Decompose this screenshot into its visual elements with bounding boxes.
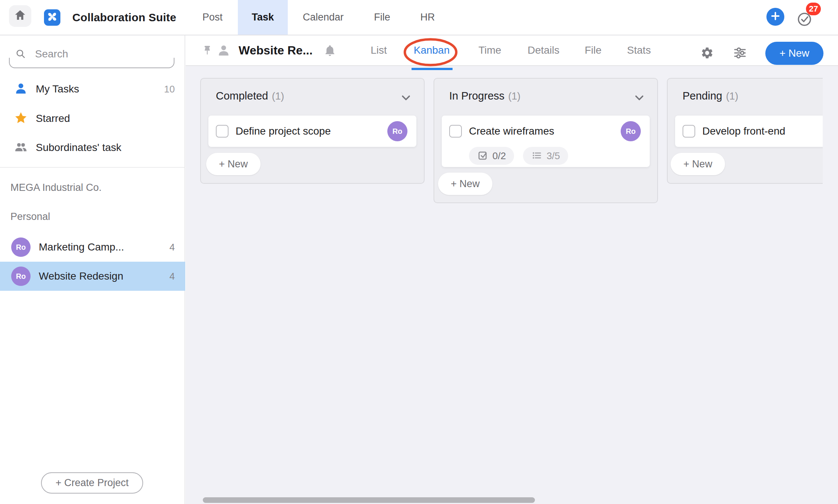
- app-title: Collaboration Suite: [72, 0, 176, 35]
- sidebar-item-label: My Tasks: [36, 83, 164, 95]
- assignee-avatar: Ro: [387, 121, 407, 141]
- assignee-avatar: Ro: [621, 121, 641, 141]
- top-tab-post[interactable]: Post: [202, 0, 223, 35]
- pin-icon[interactable]: [201, 44, 213, 58]
- task-card-define-project-scope[interactable]: Define project scope Ro: [208, 116, 416, 147]
- new-task-label: + New: [683, 158, 712, 170]
- new-task-button[interactable]: + New: [765, 42, 823, 65]
- kanban-column-completed: Completed (1) Define project scope Ro + …: [200, 78, 425, 184]
- sidebar-item-label: Starred: [36, 113, 175, 125]
- owner-icon[interactable]: [217, 44, 230, 59]
- task-badges: 0/2: [442, 147, 650, 165]
- active-tab-underline: [412, 68, 453, 70]
- project-label: Website Redesign: [39, 270, 170, 282]
- column-title: In Progress: [449, 90, 504, 102]
- kanban-board: Completed (1) Define project scope Ro + …: [186, 66, 838, 504]
- kanban-column-pending: Pending (1) Develop front-end + New: [667, 78, 823, 184]
- search-underline: [9, 58, 174, 68]
- project-title[interactable]: Website Re...: [239, 35, 313, 65]
- column-count: (1): [726, 91, 738, 102]
- subtask-progress-value: 0/2: [492, 150, 506, 162]
- top-tab-calendar[interactable]: Calendar: [303, 0, 344, 35]
- star-icon: [14, 111, 28, 126]
- top-tab-file[interactable]: File: [374, 0, 390, 35]
- app-window: Collaboration Suite Post Task Calendar F…: [0, 0, 838, 504]
- sidebar-item-subordinates-task[interactable]: Subordinates' task: [0, 137, 185, 158]
- pinwheel-logo-icon: [45, 10, 59, 25]
- task-title: Create wireframes: [469, 125, 621, 137]
- column-header: Pending (1): [683, 90, 738, 106]
- project-label: Marketing Camp...: [39, 241, 170, 253]
- sidebar-item-count: 10: [164, 84, 175, 95]
- list-icon: [531, 149, 542, 162]
- column-new-task-button[interactable]: + New: [438, 173, 492, 195]
- app-logo[interactable]: [44, 9, 60, 26]
- create-project-button[interactable]: + Create Project: [41, 472, 143, 494]
- task-checkbox[interactable]: [683, 125, 695, 138]
- sidebar-item-label: Subordinates' task: [36, 142, 175, 154]
- avatar: Ro: [11, 237, 31, 257]
- settings-gear-icon[interactable]: [700, 46, 714, 60]
- column-count: (1): [272, 91, 284, 102]
- column-title: Completed: [216, 90, 268, 102]
- task-checkbox[interactable]: [216, 125, 229, 138]
- new-task-label: + New: [779, 47, 809, 59]
- person-icon: [14, 82, 28, 97]
- global-create-button[interactable]: [766, 8, 784, 26]
- horizontal-scrollbar-thumb[interactable]: [203, 497, 535, 503]
- sidebar: My Tasks 10 Starred Subordinates' task M…: [0, 35, 185, 504]
- sidebar-item-starred[interactable]: Starred: [0, 108, 185, 129]
- kanban-column-in-progress: In Progress (1) Create wireframes Ro: [434, 78, 658, 203]
- task-title: Develop front-end: [702, 125, 823, 137]
- new-task-label: + New: [451, 178, 479, 190]
- bell-icon[interactable]: [324, 44, 336, 59]
- checklist-progress-badge: 3/5: [523, 147, 568, 165]
- sidebar-project-marketing-campaign[interactable]: Ro Marketing Camp... 4: [0, 233, 185, 262]
- column-new-task-button[interactable]: + New: [206, 153, 261, 175]
- column-title: Pending: [683, 90, 722, 102]
- project-header: Website Re... List Kanban Time Details F…: [186, 35, 838, 66]
- board-scroll-area: Completed (1) Define project scope Ro + …: [186, 66, 823, 504]
- people-icon: [14, 140, 28, 155]
- project-count: 4: [170, 242, 175, 253]
- home-icon: [14, 9, 26, 23]
- new-task-label: + New: [219, 158, 248, 170]
- sidebar-project-website-redesign[interactable]: Ro Website Redesign 4: [0, 262, 185, 291]
- sidebar-divider: [0, 167, 185, 168]
- top-tab-hr[interactable]: HR: [420, 0, 435, 35]
- column-count: (1): [508, 91, 520, 102]
- view-tab-file[interactable]: File: [585, 35, 601, 65]
- task-card-create-wireframes[interactable]: Create wireframes Ro 0/2: [442, 116, 650, 167]
- top-tab-task[interactable]: Task: [238, 0, 288, 35]
- create-project-label: + Create Project: [56, 477, 129, 489]
- task-card-develop-front-end[interactable]: Develop front-end: [675, 116, 823, 147]
- view-tab-time[interactable]: Time: [478, 35, 501, 65]
- task-checkbox[interactable]: [449, 125, 462, 138]
- column-header: Completed (1): [216, 90, 284, 106]
- topbar: Collaboration Suite Post Task Calendar F…: [0, 0, 838, 35]
- checkbox-check-icon: [477, 149, 488, 162]
- filter-tune-icon[interactable]: [733, 46, 747, 60]
- chevron-down-icon[interactable]: [401, 94, 411, 103]
- notification-badge: 27: [806, 3, 821, 15]
- view-tab-stats[interactable]: Stats: [627, 35, 651, 65]
- view-tab-details[interactable]: Details: [527, 35, 560, 65]
- column-new-task-button[interactable]: + New: [671, 153, 725, 175]
- column-header: In Progress (1): [449, 90, 520, 106]
- avatar: Ro: [11, 267, 31, 286]
- view-tab-list[interactable]: List: [371, 35, 387, 65]
- sidebar-section-personal[interactable]: Personal: [10, 211, 50, 223]
- todo-center-button[interactable]: 27: [794, 8, 824, 29]
- view-tab-kanban[interactable]: Kanban: [414, 35, 450, 65]
- plus-icon: [770, 11, 781, 23]
- sidebar-item-my-tasks[interactable]: My Tasks 10: [0, 78, 185, 100]
- chevron-down-icon[interactable]: [634, 94, 645, 103]
- checklist-progress-value: 3/5: [546, 150, 560, 162]
- subtask-progress-badge: 0/2: [469, 147, 514, 165]
- task-title: Define project scope: [236, 125, 387, 137]
- project-count: 4: [170, 271, 175, 282]
- sidebar-section-org[interactable]: MEGA Industrial Co.: [10, 182, 102, 193]
- home-button[interactable]: [9, 5, 31, 27]
